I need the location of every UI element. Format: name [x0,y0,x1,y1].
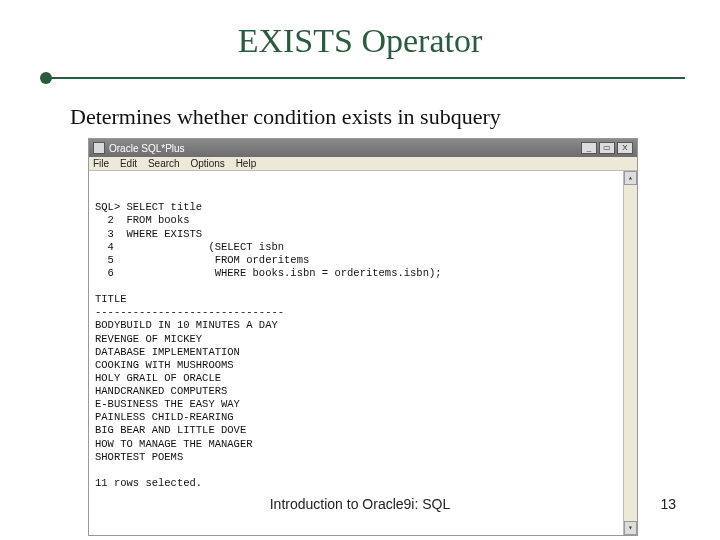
scroll-down-icon[interactable]: ▾ [624,521,637,535]
minimize-button[interactable]: _ [581,142,597,154]
menu-options[interactable]: Options [190,158,224,169]
menu-edit[interactable]: Edit [120,158,137,169]
footer-page-number: 13 [660,496,676,512]
app-icon [93,142,105,154]
sqlplus-window: Oracle SQL*Plus _ ▭ X File Edit Search O… [88,138,638,536]
slide-title: EXISTS Operator [40,22,680,60]
slide: EXISTS Operator Determines whether condi… [0,0,720,540]
window-buttons: _ ▭ X [581,142,633,154]
menu-search[interactable]: Search [148,158,180,169]
menu-file[interactable]: File [93,158,109,169]
divider [35,70,685,86]
maximize-button[interactable]: ▭ [599,142,615,154]
scrollbar[interactable]: ▴ ▾ [623,171,637,535]
app-title: Oracle SQL*Plus [109,143,185,154]
footer-title: Introduction to Oracle9i: SQL [0,496,720,512]
divider-line [45,77,685,79]
menubar: File Edit Search Options Help [89,157,637,171]
terminal-output: SQL> SELECT title 2 FROM books 3 WHERE E… [89,171,637,535]
titlebar: Oracle SQL*Plus _ ▭ X [89,139,637,157]
scroll-up-icon[interactable]: ▴ [624,171,637,185]
subtitle-text: Determines whether condition exists in s… [70,104,672,130]
menu-help[interactable]: Help [236,158,257,169]
close-button[interactable]: X [617,142,633,154]
terminal-lines: SQL> SELECT title 2 FROM books 3 WHERE E… [95,201,631,490]
